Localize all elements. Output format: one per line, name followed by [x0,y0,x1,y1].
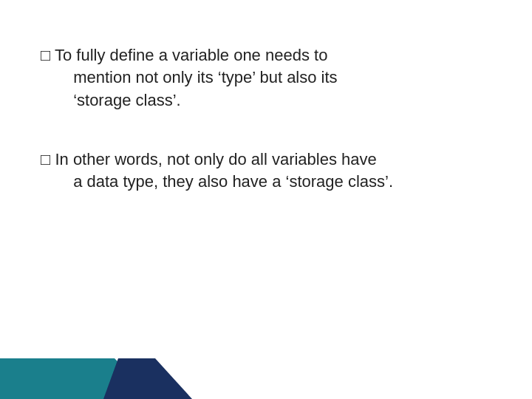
bullet-item-1: □ To fully define a variable one needs t… [41,44,491,112]
bullet-1-line1: fully define a variable one needs to [76,46,327,64]
bottom-decoration [0,358,192,399]
bullet-1-line2: mention not only its ‘type’ but also its [73,68,337,86]
bullet-2-text: □ In other words, not only do all variab… [41,149,491,194]
bullet-1-text: □ To fully define a variable one needs t… [41,44,491,112]
bullet-1-marker: □ To [41,46,76,64]
bullet-2-line1: other words, not only do all variables h… [73,150,377,168]
svg-marker-1 [103,358,192,399]
slide: □ To fully define a variable one needs t… [0,0,532,399]
bullet-item-2: □ In other words, not only do all variab… [41,149,491,194]
bullet-2-marker: □ In [41,150,73,168]
bullet-2-line2: a data type, they also have a ‘storage c… [73,172,393,191]
bullet-1-line3: ‘storage class’. [73,91,181,109]
content-area: □ To fully define a variable one needs t… [41,44,491,340]
